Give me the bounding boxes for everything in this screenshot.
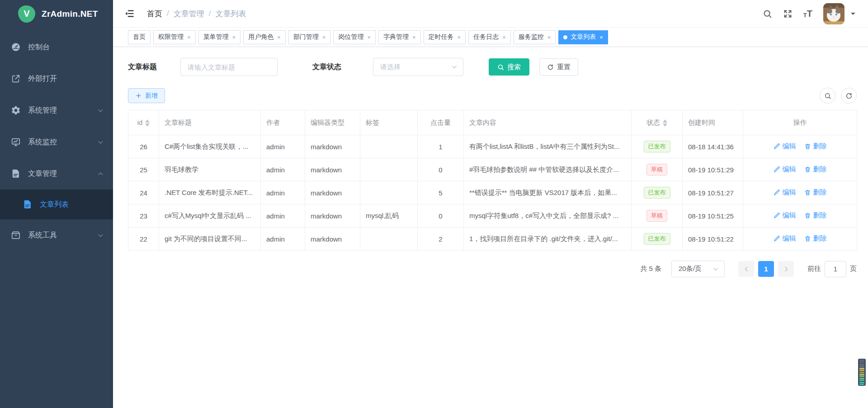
breadcrumb: 首页/文章管理/文章列表 — [147, 9, 246, 19]
delete-button[interactable]: 删除 — [804, 211, 827, 220]
status-badge: 已发布 — [644, 187, 670, 199]
tab-item-3[interactable]: 用户角色× — [243, 30, 286, 44]
edit-button[interactable]: 编辑 — [774, 188, 796, 197]
prev-page-button[interactable] — [738, 261, 754, 277]
breadcrumb-item[interactable]: 文章列表 — [215, 9, 246, 19]
cell-actions: 编辑删除 — [743, 228, 857, 251]
toggle-search-button[interactable] — [820, 88, 835, 104]
sidebar-item-system-tools[interactable]: 系统工具 — [0, 219, 113, 251]
sidebar-item-system-admin[interactable]: 系统管理 — [0, 95, 113, 126]
tab-item-1[interactable]: 权限管理× — [153, 30, 196, 44]
column-header-actions: 操作 — [743, 110, 857, 135]
header-actions: TT — [763, 3, 855, 24]
close-icon[interactable]: × — [458, 34, 461, 40]
column-header-title: 文章标题 — [159, 110, 261, 135]
edit-button[interactable]: 编辑 — [774, 165, 796, 174]
status-badge: 已发布 — [644, 233, 670, 245]
sidebar-item-dashboard[interactable]: 控制台 — [0, 31, 113, 63]
tab-item-8[interactable]: 任务日志× — [468, 30, 511, 44]
cell-title: 羽毛球教学 — [159, 158, 261, 181]
next-page-button[interactable] — [778, 261, 794, 277]
column-header-id[interactable]: id — [128, 110, 159, 135]
status-filter-select[interactable]: 请选择 — [373, 58, 463, 76]
close-icon[interactable]: × — [232, 34, 236, 40]
cell-author: admin — [261, 204, 305, 228]
close-icon[interactable]: × — [599, 34, 603, 40]
tab-item-0[interactable]: 首页 — [128, 30, 151, 44]
fullscreen-icon[interactable] — [783, 9, 793, 19]
tab-item-2[interactable]: 菜单管理× — [198, 30, 241, 44]
sidebar-item-article-admin[interactable]: 文章管理 — [0, 158, 113, 190]
cell-tags — [360, 181, 418, 204]
close-icon[interactable]: × — [547, 34, 551, 40]
goto-page-input[interactable] — [825, 261, 846, 277]
search-button[interactable]: 搜索 — [489, 58, 529, 76]
sidebar-item-external-open[interactable]: 外部打开 — [0, 63, 113, 95]
tab-item-5[interactable]: 岗位管理× — [333, 30, 376, 44]
title-filter-input[interactable] — [180, 58, 278, 76]
cell-id: 23 — [128, 204, 159, 228]
delete-button[interactable]: 删除 — [804, 142, 827, 151]
table-toolbar: 新增 — [128, 88, 857, 104]
delete-icon — [804, 166, 811, 173]
cell-editor: markdown — [305, 135, 360, 158]
table-row: 22git 为不同的项目设置不同...adminmarkdown21，找到项目所… — [128, 228, 857, 251]
sidebar-collapse-icon[interactable] — [124, 9, 134, 19]
sidebar-item-label: 外部打开 — [28, 74, 57, 84]
table-row: 23c#写入Mysql中文显示乱码 ...adminmarkdownmysql,… — [128, 204, 857, 228]
cell-tags — [360, 135, 418, 158]
cell-created: 08-18 14:41:36 — [683, 135, 743, 158]
monitor-icon — [11, 137, 21, 147]
breadcrumb-item: 首页 — [147, 9, 162, 19]
add-button[interactable]: 新增 — [128, 88, 165, 103]
sidebar-item-article-list[interactable]: 文章列表 — [0, 190, 113, 219]
page-size-select[interactable]: 20条/页 — [671, 261, 725, 277]
close-icon[interactable]: × — [187, 34, 191, 40]
column-header-content: 文章内容 — [464, 110, 632, 135]
cell-id: 25 — [128, 158, 159, 181]
cell-status: 草稿 — [632, 158, 683, 181]
page-number-button[interactable]: 1 — [758, 261, 774, 277]
edit-button[interactable]: 编辑 — [774, 211, 796, 220]
main-area: 首页/文章管理/文章列表 TT — [113, 0, 868, 408]
active-dot-icon — [563, 35, 567, 39]
close-icon[interactable]: × — [277, 34, 281, 40]
edit-button[interactable]: 编辑 — [774, 142, 796, 151]
app-logo[interactable]: V ZrAdmin.NET — [0, 0, 113, 28]
cell-created: 08-19 10:51:29 — [683, 158, 743, 181]
refresh-table-button[interactable] — [841, 88, 857, 104]
close-icon[interactable]: × — [367, 34, 371, 40]
close-icon[interactable]: × — [412, 34, 416, 40]
edit-button[interactable]: 编辑 — [774, 234, 796, 243]
column-header-editor: 编辑器类型 — [305, 110, 360, 135]
breadcrumb-item[interactable]: 文章管理 — [174, 9, 204, 19]
table-header-row: id文章标题作者编辑器类型标签点击量文章内容状态创建时间操作 — [128, 110, 857, 135]
sort-caret[interactable] — [145, 119, 150, 127]
sort-caret[interactable] — [663, 119, 667, 127]
sidebar-item-label: 文章列表 — [40, 200, 69, 209]
tab-item-6[interactable]: 字典管理× — [378, 30, 421, 44]
cell-clicks: 1 — [418, 135, 464, 158]
delete-button[interactable]: 删除 — [804, 165, 827, 174]
cell-author: admin — [261, 135, 305, 158]
chevron-down-icon[interactable] — [851, 13, 855, 17]
status-badge: 已发布 — [644, 141, 670, 152]
close-icon[interactable]: × — [502, 34, 506, 40]
search-icon[interactable] — [763, 9, 772, 19]
font-size-icon[interactable]: TT — [803, 9, 812, 18]
tab-item-7[interactable]: 定时任务× — [424, 30, 466, 44]
avatar[interactable] — [823, 3, 844, 24]
document-icon — [11, 169, 21, 179]
close-icon[interactable]: × — [322, 34, 326, 40]
tab-item-9[interactable]: 服务监控× — [514, 30, 556, 44]
column-header-status[interactable]: 状态 — [632, 110, 683, 135]
delete-button[interactable]: 删除 — [804, 188, 827, 197]
total-count: 共 5 条 — [640, 265, 661, 273]
page-content: 文章标题 文章状态 请选择 搜索 — [113, 47, 868, 277]
sidebar-item-label: 系统工具 — [28, 231, 57, 240]
tab-item-10[interactable]: 文章列表× — [558, 30, 608, 44]
delete-button[interactable]: 删除 — [804, 234, 827, 243]
reset-button[interactable]: 重置 — [539, 58, 578, 76]
sidebar-item-system-monitor[interactable]: 系统监控 — [0, 126, 113, 158]
tab-item-4[interactable]: 部门管理× — [288, 30, 331, 44]
